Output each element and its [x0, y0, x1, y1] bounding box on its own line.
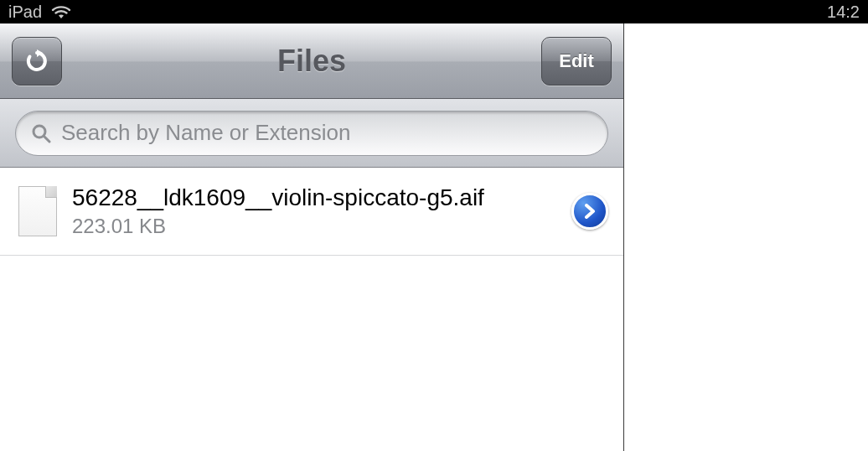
search-bar [0, 99, 623, 168]
status-left: iPad [8, 3, 72, 22]
file-list: 56228__ldk1609__violin-spiccato-g5.aif 2… [0, 168, 623, 451]
status-bar: iPad 14:2 [0, 0, 868, 23]
chevron-right-icon [582, 204, 597, 219]
wifi-icon [50, 3, 72, 20]
search-icon [31, 123, 51, 143]
page-title: Files [0, 44, 623, 79]
file-name: 56228__ldk1609__violin-spiccato-g5.aif [72, 184, 556, 211]
edit-button[interactable]: Edit [541, 37, 612, 86]
svg-line-1 [44, 136, 50, 142]
detail-disclosure-button[interactable] [571, 193, 608, 230]
search-field[interactable] [15, 111, 608, 156]
list-item[interactable]: 56228__ldk1609__violin-spiccato-g5.aif 2… [0, 168, 623, 256]
search-input[interactable] [61, 120, 592, 146]
split-view: Files Edit [0, 23, 868, 451]
edit-button-label: Edit [559, 50, 594, 72]
detail-pane [624, 23, 868, 451]
nav-bar: Files Edit [0, 23, 623, 99]
status-time: 14:2 [827, 3, 860, 22]
refresh-button[interactable] [12, 37, 62, 86]
device-label: iPad [8, 3, 42, 22]
file-icon [18, 186, 57, 236]
list-item-text: 56228__ldk1609__violin-spiccato-g5.aif 2… [72, 184, 556, 238]
refresh-icon [24, 49, 49, 74]
master-pane: Files Edit [0, 23, 624, 451]
file-size: 223.01 KB [72, 215, 556, 238]
